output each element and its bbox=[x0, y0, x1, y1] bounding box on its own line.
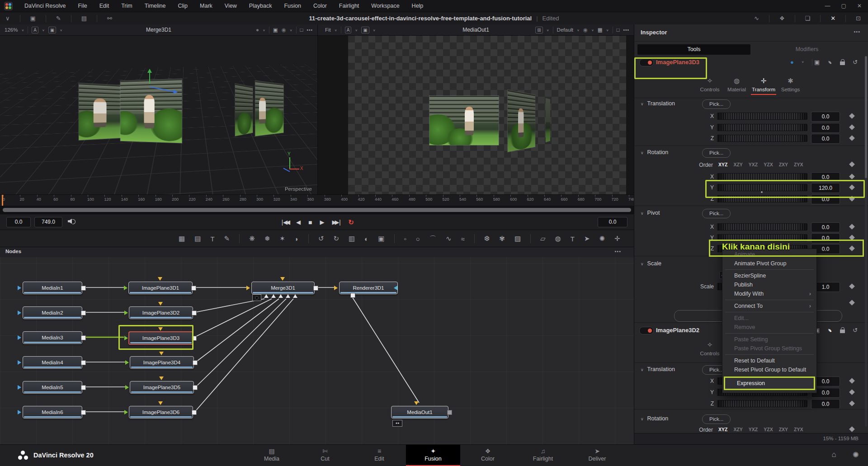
slider-y[interactable] bbox=[717, 184, 807, 191]
reset-icon[interactable]: ↺ bbox=[853, 59, 858, 66]
fusion-tool-icon-26[interactable]: ✺ bbox=[599, 235, 605, 243]
context-menu-item-reset-to-default[interactable]: Reset to Default bbox=[722, 356, 816, 365]
pick-button[interactable]: Pick... bbox=[702, 209, 731, 218]
fusion-tool-icon-16[interactable]: ⌒ bbox=[429, 235, 436, 243]
pin-icon[interactable]: ✒ bbox=[826, 326, 834, 334]
node-mediain5[interactable]: MediaIn5 bbox=[23, 381, 82, 394]
slider-y[interactable] bbox=[717, 124, 807, 131]
slider-x[interactable] bbox=[717, 113, 807, 120]
keyframe-diamond[interactable] bbox=[849, 161, 855, 167]
section-pivot[interactable]: ∨Pivot bbox=[641, 210, 660, 216]
app-logo-icon[interactable] bbox=[4, 2, 13, 10]
home-icon[interactable]: ⌂ bbox=[831, 450, 836, 460]
node-output-port[interactable] bbox=[193, 360, 198, 365]
node-port[interactable] bbox=[18, 410, 21, 414]
node-port[interactable] bbox=[125, 360, 129, 365]
fusion-tool-icon-21[interactable]: ▨ bbox=[514, 235, 521, 243]
zoom-level-select[interactable]: 126% bbox=[5, 27, 18, 33]
slider-z[interactable] bbox=[717, 135, 807, 142]
menu-item-view[interactable]: View bbox=[225, 3, 237, 9]
node-port[interactable] bbox=[124, 410, 128, 414]
tab-modifiers[interactable]: Modifiers bbox=[750, 44, 863, 55]
order-option-zxy[interactable]: ZXY bbox=[779, 162, 788, 167]
menu-item-mark[interactable]: Mark bbox=[200, 3, 212, 9]
inspector-options-icon[interactable]: ••• bbox=[854, 29, 860, 34]
fusion-tool-icon-6[interactable]: ❅ bbox=[264, 235, 270, 243]
pin-icon[interactable]: ✒ bbox=[826, 58, 834, 66]
page-fusion[interactable]: ✦Fusion bbox=[406, 445, 460, 466]
step-back-button[interactable]: ◀ bbox=[296, 219, 301, 226]
menu-item-davinci-resolve[interactable]: DaVinci Resolve bbox=[24, 3, 66, 9]
node-port[interactable] bbox=[414, 401, 419, 405]
keyframe-diamond[interactable] bbox=[849, 124, 855, 130]
node-port[interactable] bbox=[18, 286, 21, 290]
fusion-tool-icon-15[interactable]: ○ bbox=[416, 235, 420, 243]
node-imageplane3d1[interactable]: ImagePlane3D1 bbox=[128, 282, 193, 294]
node-output-port[interactable] bbox=[313, 286, 318, 291]
lut-select[interactable]: Default bbox=[557, 27, 573, 33]
node-output-port[interactable] bbox=[192, 336, 197, 341]
node-port[interactable] bbox=[18, 360, 21, 365]
node-output-port[interactable] bbox=[192, 311, 197, 315]
inspector-node-name[interactable]: ImagePlane3D2 bbox=[656, 327, 699, 334]
order-option-zyx[interactable]: ZYX bbox=[794, 427, 803, 432]
pick-button[interactable]: Pick... bbox=[702, 414, 731, 424]
split-view-icon[interactable]: ▣ bbox=[273, 27, 278, 33]
node-port[interactable] bbox=[159, 377, 164, 380]
spline-icon[interactable]: ∿ bbox=[754, 15, 759, 22]
lock-icon[interactable] bbox=[840, 329, 845, 333]
proxy-icon[interactable]: ⊞ bbox=[535, 27, 542, 33]
fusion-tool-icon-23[interactable]: ◍ bbox=[555, 235, 561, 243]
current-frame-field[interactable]: 0.0 bbox=[598, 217, 627, 227]
node-port[interactable] bbox=[159, 352, 164, 355]
menu-item-edit[interactable]: Edit bbox=[99, 3, 109, 9]
fusion-tool-icon-24[interactable]: T bbox=[571, 235, 575, 243]
timeline-ruler[interactable]: 0204060801001201401601802002202402602803… bbox=[0, 194, 634, 206]
node-port[interactable] bbox=[18, 311, 21, 315]
node-output-port[interactable] bbox=[81, 410, 86, 415]
media-pool-icon[interactable]: ▣ bbox=[30, 15, 36, 22]
keyframe-diamond[interactable] bbox=[849, 184, 855, 190]
node-port[interactable] bbox=[334, 286, 338, 290]
node-graph[interactable]: MediaIn1MediaIn2MediaIn3MediaIn4MediaIn5… bbox=[0, 257, 634, 444]
node-mediain3[interactable]: MediaIn3 bbox=[23, 331, 82, 344]
order-option-zyx[interactable]: ZYX bbox=[794, 162, 803, 167]
node-merge3d1[interactable]: Merge3D1 bbox=[251, 282, 315, 294]
node-mediain2[interactable]: MediaIn2 bbox=[23, 306, 82, 319]
node-output-port[interactable] bbox=[81, 335, 86, 340]
node-enable-toggle[interactable] bbox=[639, 59, 654, 66]
keyframe-diamond[interactable] bbox=[849, 224, 855, 230]
fusion-tool-icon-13[interactable]: ▣ bbox=[378, 235, 384, 243]
merge-bottom-input-port[interactable] bbox=[264, 294, 269, 298]
tab-transform[interactable]: ✛Transform bbox=[750, 77, 777, 96]
node-output-port[interactable] bbox=[447, 410, 452, 415]
keyframe-diamond[interactable] bbox=[849, 400, 855, 406]
fusion-tool-icon-8[interactable]: ◗ bbox=[295, 235, 299, 243]
node-mediaout1[interactable]: MediaOut1 bbox=[391, 406, 448, 419]
fusion-tool-icon-27[interactable]: ✛ bbox=[614, 235, 620, 243]
fusion-tool-icon-7[interactable]: ✶ bbox=[279, 235, 285, 243]
keyframe-diamond[interactable] bbox=[849, 378, 855, 384]
page-color[interactable]: ❖Color bbox=[461, 445, 515, 466]
slider-x[interactable] bbox=[717, 223, 807, 231]
node-port[interactable] bbox=[124, 286, 127, 290]
fusion-tool-icon-20[interactable]: ✾ bbox=[499, 235, 505, 243]
color-viewer-icon[interactable]: ◉ bbox=[583, 27, 588, 33]
value-x[interactable]: 0.0 bbox=[811, 222, 840, 232]
merge-bottom-input-port[interactable] bbox=[278, 294, 283, 298]
channel-select-a[interactable]: A bbox=[32, 27, 38, 33]
nodes-view-icon[interactable]: ⚯ bbox=[107, 15, 112, 22]
keyframes-icon[interactable]: ❖ bbox=[779, 15, 785, 22]
order-option-xzy[interactable]: XZY bbox=[733, 162, 742, 167]
inspector-node-name[interactable]: ImagePlane3D3 bbox=[656, 59, 699, 66]
section-rotation[interactable]: ∨Rotation bbox=[641, 415, 668, 422]
clips-icon[interactable]: ▤ bbox=[81, 15, 87, 22]
node-port[interactable] bbox=[18, 335, 21, 340]
slider-z[interactable] bbox=[717, 195, 807, 202]
node-port[interactable] bbox=[18, 385, 21, 390]
node-color-icon[interactable]: ● bbox=[790, 59, 794, 66]
keyframe-diamond[interactable] bbox=[849, 174, 855, 179]
node-port[interactable] bbox=[158, 401, 163, 405]
node-output-port[interactable] bbox=[192, 410, 197, 415]
node-port[interactable] bbox=[125, 385, 129, 390]
